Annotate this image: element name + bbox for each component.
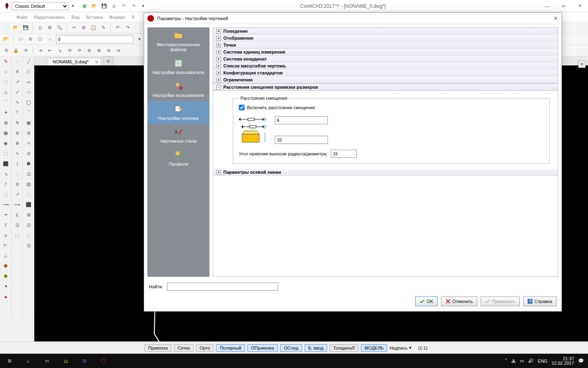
status-toggle[interactable]: Привязка [145,344,172,352]
tool-icon[interactable]: ⬚ [23,189,34,200]
expand-icon[interactable]: + [216,57,221,61]
coord-input[interactable] [56,35,134,43]
tool-icon[interactable]: ⬛ [23,200,34,210]
menu-edit[interactable]: Редактировать [34,15,65,20]
status-toggle[interactable]: ТолщинаЛ [330,344,359,352]
menu-format[interactable]: Формат [109,15,125,20]
tool-icon[interactable]: 📂 [12,24,20,31]
help-button[interactable]: ?Справка [523,296,557,306]
tool-icon[interactable]: ⬭ [23,87,34,97]
tool-icon[interactable]: ⊘ [27,36,34,43]
undo-icon[interactable]: ↶ [120,2,127,10]
tool-icon[interactable]: ⟿ [11,200,23,210]
status-toggle[interactable]: Б. ввод [305,344,327,352]
tool-icon[interactable]: ⬢ [23,159,34,169]
tool-icon[interactable]: ⟋ [11,169,23,179]
start-button[interactable]: ⊞ [0,354,19,368]
tool-icon[interactable]: ⌒ [0,97,11,108]
tool-icon[interactable]: ⬭ [17,36,24,43]
tool-icon[interactable]: ↯ [11,118,23,128]
close-icon[interactable]: ✕ [95,60,98,65]
tool-icon[interactable]: ≡ [0,230,11,240]
tool-icon[interactable]: ⊡ [23,220,34,230]
tool-icon[interactable]: ⤢ [11,87,23,97]
tool-icon[interactable]: ⋮ [11,56,23,67]
tool-icon[interactable]: ⬚ [0,189,11,200]
tool-icon[interactable]: 💾 [22,24,29,31]
tool-icon[interactable]: ⬛ [0,159,11,169]
tool-icon[interactable]: 📄 [2,24,10,31]
redo-icon[interactable]: ↷ [124,24,131,31]
expand-icon[interactable]: + [216,50,221,54]
tool-icon[interactable]: ▦ [23,118,34,128]
checkbox-input[interactable] [239,105,245,110]
find-input[interactable] [167,283,278,291]
tool-icon[interactable]: ⊡ [11,220,23,230]
tool-icon[interactable]: ↗ [11,77,23,87]
expand-icon[interactable]: + [216,36,221,40]
tool-icon[interactable]: ● [0,292,11,302]
tool-icon[interactable]: 🔒 [12,47,20,54]
status-toggle[interactable]: Орто [196,344,214,352]
tool-icon[interactable]: ⊞ [0,118,11,128]
tool-icon[interactable]: ▦ [0,128,11,138]
new-icon[interactable]: ▦ [81,2,88,10]
tool-icon[interactable]: △ [0,87,11,97]
tool-icon[interactable]: ✛ [22,47,29,54]
status-toggle[interactable]: Сетка [174,344,194,352]
expand-icon[interactable]: + [216,43,221,47]
workspace-select[interactable]: Classic Default [11,2,69,10]
open-icon[interactable]: 📂 [91,2,98,10]
status-toggle[interactable]: ОПривязка [247,344,278,352]
tool-icon[interactable]: ⊘ [23,148,34,159]
tool-icon[interactable]: ⊚ [11,128,23,138]
tool-icon[interactable]: ✂ [70,24,78,31]
tray-battery-icon[interactable]: ▭ [520,358,524,364]
expand-icon[interactable]: + [216,64,221,68]
tray-notifications-icon[interactable]: 💬 [578,358,584,364]
menu-truncated[interactable]: Р [132,15,135,20]
redo-icon[interactable]: ↷ [130,2,137,10]
tool-icon[interactable]: T [0,220,11,230]
tool-icon[interactable]: ✕ [11,67,23,77]
tool-icon[interactable]: ⊚ [85,47,93,54]
tool-icon[interactable]: ⟳ [76,47,83,54]
category-item[interactable]: Настройки пользователя [147,55,209,78]
tool-icon[interactable]: ⊞ [23,210,34,220]
tool-icon[interactable]: ⧉ [80,24,87,31]
tool-icon[interactable]: ⟲ [66,47,73,54]
expand-icon[interactable]: + [216,29,221,34]
tree-node[interactable]: +Поведение [213,28,558,35]
task-view-icon[interactable]: ▭ [38,354,56,368]
tray-chevron-icon[interactable]: ˄ [505,358,507,364]
expand-icon[interactable]: + [216,78,221,82]
tray-icon[interactable]: 🖧 [511,359,516,364]
tool-icon[interactable]: ◉ [0,138,11,148]
chevron-down-icon[interactable]: ▾ [140,2,147,10]
menu-insert[interactable]: Вставка [86,15,103,20]
collapse-icon[interactable]: − [216,85,221,90]
status-combo[interactable]: Надпись▾ [390,345,412,350]
tool-icon[interactable]: ↘ [56,47,63,54]
ok-button[interactable]: OK [415,296,438,306]
tool-icon[interactable]: ✦ [0,108,11,118]
explorer-icon[interactable]: 🗂 [56,354,75,368]
tool-icon[interactable]: ∿ [11,97,23,108]
cancel-button[interactable]: Отменить [441,296,477,306]
search-icon[interactable]: ⌕ [19,354,38,368]
app-icon[interactable]: ▤ [75,354,94,368]
minimize-button[interactable]: — [539,0,555,12]
dropdown-icon[interactable]: ▾ [69,2,77,10]
tool-icon[interactable]: ⬚ [23,230,34,240]
tool-icon[interactable]: ⊡ [23,169,34,179]
expand-icon[interactable]: + [216,170,221,175]
tree-node[interactable]: +Ограничения [213,76,558,83]
close-button[interactable]: ✕ [572,0,588,12]
tree-node-open[interactable]: −Расстояния смещения привязки размеров [213,83,558,91]
tray-volume-icon[interactable]: 🔊 [528,358,534,364]
document-tab[interactable]: NONAME_0.dwg*✕ [47,58,101,65]
tool-icon[interactable]: ⤹ [11,159,23,169]
offset2-input[interactable] [275,136,328,144]
status-toggle[interactable]: МОДЕЛЬ [361,344,388,352]
tool-icon[interactable]: ↘ [0,169,11,179]
